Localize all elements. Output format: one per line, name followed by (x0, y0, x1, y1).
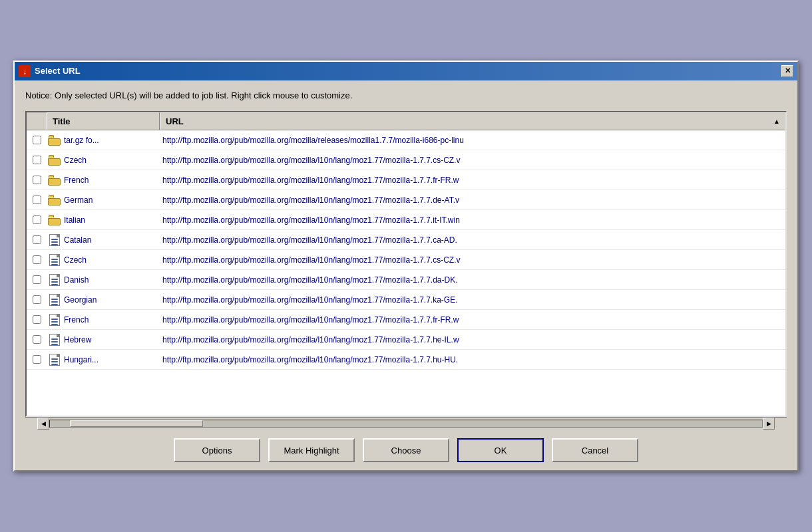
row-url: http://ftp.mozilla.org/pub/mozilla.org/m… (160, 235, 785, 245)
row-checkbox[interactable] (27, 235, 47, 244)
row-url: http://ftp.mozilla.org/pub/mozilla.org/m… (160, 315, 785, 325)
file-icon (47, 254, 63, 266)
sort-arrow-icon: ▲ (773, 118, 780, 125)
notice-text: Notice: Only selected URL(s) will be add… (25, 90, 787, 102)
table-header: Title URL ▲ (27, 112, 785, 130)
file-icon (47, 294, 63, 306)
table-row[interactable]: Germanhttp://ftp.mozilla.org/pub/mozilla… (27, 190, 785, 210)
row-checkbox[interactable] (27, 255, 47, 264)
row-title: French (63, 176, 160, 185)
table-row[interactable]: Frenchhttp://ftp.mozilla.org/pub/mozilla… (27, 170, 785, 190)
folder-icon (47, 195, 63, 205)
options-button[interactable]: Options (174, 438, 260, 462)
table-row[interactable]: Hungari...http://ftp.mozilla.org/pub/moz… (27, 350, 785, 370)
row-url: http://ftp.mozilla.org/pub/mozilla.org/m… (160, 215, 785, 225)
ok-button[interactable]: OK (457, 438, 544, 462)
scroll-right-button[interactable]: ▶ (763, 418, 775, 430)
table-row[interactable]: Czechhttp://ftp.mozilla.org/pub/mozilla.… (27, 150, 785, 170)
select-url-dialog: ↓ Select URL ✕ Notice: Only selected URL… (13, 61, 799, 471)
file-icon (47, 314, 63, 326)
horizontal-scrollbar[interactable]: ◀ ▶ (25, 417, 787, 429)
row-checkbox[interactable] (27, 355, 47, 364)
row-title: Hebrew (63, 335, 160, 344)
column-header-url[interactable]: URL ▲ (160, 112, 785, 130)
row-url: http://ftp.mozilla.org/pub/mozilla.org/m… (160, 355, 785, 364)
table-row[interactable]: Georgianhttp://ftp.mozilla.org/pub/mozil… (27, 290, 785, 310)
row-checkbox[interactable] (27, 156, 47, 164)
row-title: Czech (63, 156, 160, 165)
file-icon (47, 354, 63, 366)
button-row: Options Mark Highlight Choose OK Cancel (25, 438, 787, 462)
row-url: http://ftp.mozilla.org/pub/mozilla.org/m… (160, 335, 785, 344)
title-bar: ↓ Select URL ✕ (15, 62, 797, 80)
choose-button[interactable]: Choose (363, 438, 449, 462)
table-row[interactable]: Italianhttp://ftp.mozilla.org/pub/mozill… (27, 210, 785, 230)
table-row[interactable]: Czechhttp://ftp.mozilla.org/pub/mozilla.… (27, 250, 785, 270)
row-title: Danish (63, 275, 160, 285)
table-row[interactable]: tar.gz fo...http://ftp.mozilla.org/pub/m… (27, 130, 785, 150)
scrollbar-track[interactable] (49, 420, 763, 428)
row-url: http://ftp.mozilla.org/pub/mozilla.org/m… (160, 295, 785, 305)
cancel-button[interactable]: Cancel (552, 438, 638, 462)
folder-icon (47, 155, 63, 166)
table-body[interactable]: tar.gz fo...http://ftp.mozilla.org/pub/m… (27, 130, 785, 416)
row-url: http://ftp.mozilla.org/pub/mozilla.org/m… (160, 136, 785, 145)
file-icon (47, 274, 63, 286)
row-checkbox[interactable] (27, 335, 47, 344)
row-url: http://ftp.mozilla.org/pub/mozilla.org/m… (160, 255, 785, 265)
scrollbar-thumb[interactable] (70, 420, 203, 427)
file-icon (47, 234, 63, 246)
folder-icon (47, 135, 63, 146)
app-icon: ↓ (19, 65, 31, 77)
column-header-title[interactable]: Title (47, 112, 160, 130)
row-title: tar.gz fo... (63, 136, 160, 145)
row-checkbox[interactable] (27, 176, 47, 184)
row-title: French (63, 315, 160, 325)
mark-highlight-button[interactable]: Mark Highlight (268, 438, 355, 462)
row-checkbox[interactable] (27, 295, 47, 304)
file-icon (47, 334, 63, 346)
row-title: Czech (63, 255, 160, 265)
table-row[interactable]: Frenchhttp://ftp.mozilla.org/pub/mozilla… (27, 310, 785, 330)
table-row[interactable]: Hebrewhttp://ftp.mozilla.org/pub/mozilla… (27, 330, 785, 350)
dialog-body: Notice: Only selected URL(s) will be add… (15, 80, 797, 470)
header-checkbox-spacer (27, 112, 47, 130)
dialog-title: Select URL (35, 66, 781, 76)
row-checkbox[interactable] (27, 275, 47, 284)
row-checkbox[interactable] (27, 196, 47, 204)
row-url: http://ftp.mozilla.org/pub/mozilla.org/m… (160, 176, 785, 185)
table-row[interactable]: Danishhttp://ftp.mozilla.org/pub/mozilla… (27, 270, 785, 290)
row-title: Hungari... (63, 355, 160, 364)
row-checkbox[interactable] (27, 215, 47, 224)
row-title: Catalan (63, 235, 160, 245)
row-title: Georgian (63, 295, 160, 305)
row-url: http://ftp.mozilla.org/pub/mozilla.org/m… (160, 275, 785, 285)
url-table: Title URL ▲ tar.gz fo...http://ftp.mozil… (25, 111, 787, 417)
row-title: German (63, 196, 160, 205)
svg-text:↓: ↓ (23, 67, 27, 76)
row-url: http://ftp.mozilla.org/pub/mozilla.org/m… (160, 196, 785, 205)
table-row[interactable]: Catalanhttp://ftp.mozilla.org/pub/mozill… (27, 230, 785, 250)
close-button[interactable]: ✕ (781, 65, 793, 77)
row-checkbox[interactable] (27, 136, 47, 144)
folder-icon (47, 175, 63, 186)
row-checkbox[interactable] (27, 315, 47, 324)
row-title: Italian (63, 215, 160, 225)
folder-icon (47, 215, 63, 225)
row-url: http://ftp.mozilla.org/pub/mozilla.org/m… (160, 156, 785, 165)
scroll-left-button[interactable]: ◀ (37, 418, 49, 430)
